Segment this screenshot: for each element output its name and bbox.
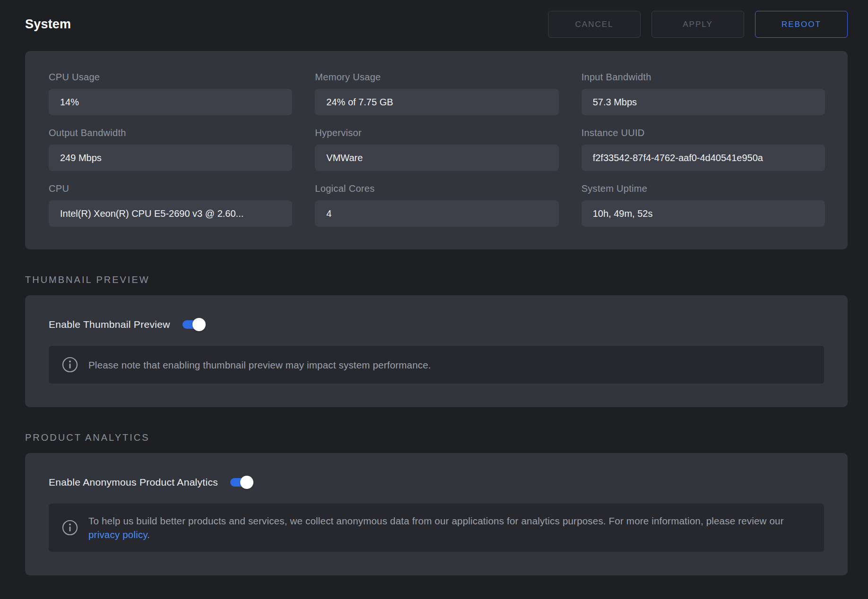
field-input-bandwidth: Input Bandwidth 57.3 Mbps: [582, 72, 825, 115]
field-logical-cores: Logical Cores 4: [315, 183, 558, 227]
thumbnail-preview-toggle-row: Enable Thumbnail Preview: [49, 319, 824, 330]
field-label: System Uptime: [582, 183, 825, 194]
field-system-uptime: System Uptime 10h, 49m, 52s: [582, 183, 825, 227]
header-actions: CANCEL APPLY REBOOT: [548, 11, 848, 38]
reboot-button[interactable]: REBOOT: [755, 11, 848, 38]
field-label: Input Bandwidth: [582, 72, 825, 83]
note-text-after-link: .: [147, 529, 150, 540]
field-label: Output Bandwidth: [49, 128, 292, 138]
field-label: Logical Cores: [315, 183, 558, 194]
thumbnail-preview-panel: Enable Thumbnail Preview Please note tha…: [25, 295, 848, 407]
product-analytics-note-text: To help us build better products and ser…: [88, 514, 811, 541]
field-value: f2f33542-87f4-4762-aaf0-4d40541e950a: [582, 145, 825, 171]
field-cpu-usage: CPU Usage 14%: [49, 72, 292, 115]
toggle-knob: [240, 476, 253, 489]
field-value: VMWare: [315, 145, 558, 171]
thumbnail-preview-note-text: Please note that enabling thumbnail prev…: [88, 358, 431, 372]
product-analytics-section-title: PRODUCT ANALYTICS: [25, 432, 848, 443]
page-header: System CANCEL APPLY REBOOT: [25, 0, 848, 38]
field-value: 10h, 49m, 52s: [582, 200, 825, 227]
field-label: Hypervisor: [315, 128, 558, 138]
note-text-before-link: To help us build better products and ser…: [88, 515, 784, 526]
field-value: Intel(R) Xeon(R) CPU E5-2690 v3 @ 2.60..…: [49, 200, 292, 227]
field-label: CPU: [49, 183, 292, 194]
field-hypervisor: Hypervisor VMWare: [315, 128, 558, 171]
field-value: 14%: [49, 89, 292, 115]
thumbnail-preview-toggle-label: Enable Thumbnail Preview: [49, 319, 170, 330]
page-title: System: [25, 17, 71, 32]
system-settings-page: System CANCEL APPLY REBOOT CPU Usage 14%…: [0, 0, 868, 575]
field-value: 57.3 Mbps: [582, 89, 825, 115]
field-label: CPU Usage: [49, 72, 292, 83]
system-stats-panel: CPU Usage 14% Memory Usage 24% of 7.75 G…: [25, 51, 848, 249]
field-memory-usage: Memory Usage 24% of 7.75 GB: [315, 72, 558, 115]
product-analytics-panel: Enable Anonymous Product Analytics To he…: [25, 453, 848, 575]
product-analytics-toggle[interactable]: [230, 478, 252, 487]
field-value: 4: [315, 200, 558, 227]
thumbnail-preview-toggle[interactable]: [182, 320, 204, 329]
thumbnail-preview-note: Please note that enabling thumbnail prev…: [49, 346, 824, 384]
product-analytics-toggle-label: Enable Anonymous Product Analytics: [49, 477, 218, 488]
field-output-bandwidth: Output Bandwidth 249 Mbps: [49, 128, 292, 171]
field-cpu-model: CPU Intel(R) Xeon(R) CPU E5-2690 v3 @ 2.…: [49, 183, 292, 227]
apply-button[interactable]: APPLY: [651, 11, 744, 38]
privacy-policy-link[interactable]: privacy policy: [88, 529, 147, 540]
cancel-button[interactable]: CANCEL: [548, 11, 641, 38]
field-label: Memory Usage: [315, 72, 558, 83]
field-value: 24% of 7.75 GB: [315, 89, 558, 115]
field-value: 249 Mbps: [49, 145, 292, 171]
field-instance-uuid: Instance UUID f2f33542-87f4-4762-aaf0-4d…: [582, 128, 825, 171]
info-icon: [62, 357, 78, 373]
field-label: Instance UUID: [582, 128, 825, 138]
thumbnail-preview-section-title: THUMBNAIL PREVIEW: [25, 274, 848, 285]
product-analytics-note: To help us build better products and ser…: [49, 504, 824, 552]
system-stats-grid: CPU Usage 14% Memory Usage 24% of 7.75 G…: [49, 72, 825, 227]
product-analytics-toggle-row: Enable Anonymous Product Analytics: [49, 477, 824, 488]
toggle-knob: [192, 318, 206, 331]
info-icon: [62, 520, 78, 536]
